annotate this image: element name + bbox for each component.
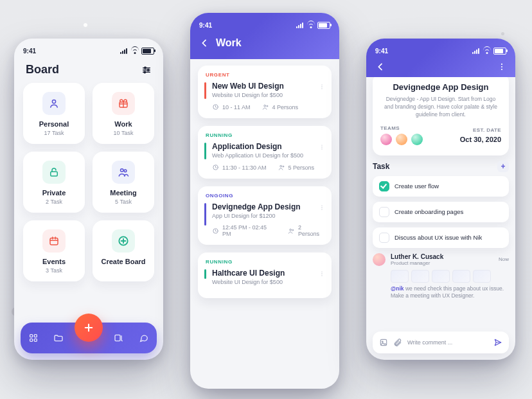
svg-point-26 (282, 166, 283, 167)
more-icon[interactable] (497, 62, 506, 71)
detail-card: Devignedge App Design Devignedge - App U… (373, 73, 509, 155)
back-icon[interactable] (199, 38, 209, 48)
task-tag: ONGOING (206, 193, 324, 199)
svg-rect-11 (34, 335, 37, 337)
add-task-button[interactable]: + (497, 161, 509, 172)
task-row[interactable]: Create user flow (373, 176, 509, 197)
task-list: URGENT New Web UI DesignWebsite UI Desig… (190, 59, 339, 298)
thumbnail[interactable] (411, 270, 429, 283)
board-card-personal[interactable]: Personal 17 Task (23, 83, 85, 144)
status-time: 9:41 (199, 22, 212, 29)
svg-point-37 (501, 66, 502, 67)
svg-point-2 (144, 71, 146, 73)
task-card[interactable]: RUNNING Halthcare UI DesignWebsite UI De… (198, 253, 332, 298)
status-icons (120, 48, 154, 55)
task-row[interactable]: Discuss about UX issue with Nik (373, 227, 509, 248)
checkbox-icon[interactable] (379, 207, 389, 217)
svg-point-21 (321, 145, 322, 145)
checkbox-icon[interactable] (379, 233, 389, 243)
task-card[interactable]: ONGOING Devignedge App DesignApp UI Desi… (198, 186, 332, 245)
accent-bar (204, 269, 206, 279)
page-title: Board (26, 63, 59, 76)
thumbnail[interactable] (432, 270, 450, 283)
task-text: Create user flow (395, 182, 439, 190)
svg-point-33 (321, 271, 322, 272)
svg-point-7 (124, 170, 127, 172)
svg-point-27 (321, 205, 322, 206)
svg-point-1 (147, 69, 149, 71)
board-card-events[interactable]: Events 3 Task (23, 220, 85, 281)
task-card[interactable]: RUNNING Application DesignWeb Applicatio… (198, 126, 332, 179)
fab-add[interactable] (75, 314, 103, 342)
attachment-icon[interactable] (393, 338, 402, 347)
grid-icon[interactable] (28, 333, 39, 343)
avatar[interactable] (411, 134, 423, 145)
est-value: Oct 30, 2020 (460, 136, 501, 143)
board-card-private[interactable]: Private 2 Task (23, 152, 85, 213)
svg-point-15 (321, 84, 322, 85)
svg-point-20 (266, 105, 267, 107)
project-description: Devignedge - App UI Design. Start from L… (383, 96, 499, 119)
task-heading: Task (373, 162, 389, 171)
comment-time: Now (499, 256, 509, 262)
back-icon[interactable] (375, 62, 386, 72)
task-tag: URGENT (206, 72, 324, 78)
status-icons (296, 22, 330, 29)
board-card-meeting[interactable]: Meeting 5 Task (93, 152, 154, 213)
board-card-create[interactable]: Create Board (93, 220, 154, 281)
board-card-work[interactable]: Work 10 Task (93, 83, 154, 144)
task-title: Application Design (212, 142, 324, 151)
task-row[interactable]: Create onboarding pages (373, 202, 509, 222)
svg-point-29 (321, 209, 322, 209)
comment-input[interactable]: Write comment ... (407, 339, 488, 346)
wifi-icon (131, 48, 139, 54)
board-sub: 10 Task (99, 130, 148, 136)
task-card[interactable]: URGENT New Web UI DesignWebsite UI Desig… (198, 66, 332, 118)
svg-point-0 (145, 67, 146, 69)
thumbnail[interactable] (391, 270, 409, 283)
task-tag: RUNNING (206, 132, 324, 138)
battery-icon (493, 48, 506, 55)
avatar[interactable] (380, 134, 392, 145)
svg-rect-5 (51, 172, 58, 176)
status-icons (472, 48, 506, 55)
cellular-icon (472, 48, 481, 54)
est-label: EST. DATE (460, 127, 501, 133)
svg-point-38 (501, 69, 502, 70)
more-icon[interactable] (319, 269, 325, 278)
users-icon (112, 161, 135, 184)
svg-point-25 (279, 165, 281, 167)
folder-icon[interactable] (53, 333, 64, 343)
board-label: Events (30, 258, 78, 265)
boards-icon[interactable] (114, 333, 124, 343)
status-bar: 9:41 (366, 39, 515, 58)
task-title: Halthcare UI Design (212, 269, 324, 278)
avatar[interactable] (373, 253, 386, 266)
svg-point-17 (321, 88, 322, 89)
image-icon[interactable] (379, 338, 388, 347)
chat-icon[interactable] (139, 333, 149, 343)
svg-point-3 (52, 100, 55, 103)
checkbox-icon[interactable] (379, 181, 389, 191)
more-icon[interactable] (319, 82, 325, 91)
svg-point-40 (382, 341, 383, 342)
send-icon[interactable] (493, 338, 502, 347)
gift-icon (112, 92, 135, 115)
thumbnail[interactable] (452, 270, 470, 283)
persons-meta: 5 Persons (278, 164, 315, 171)
svg-point-22 (321, 146, 322, 147)
status-time: 9:41 (23, 48, 36, 55)
board-sub: 17 Task (30, 130, 78, 136)
avatar[interactable] (396, 134, 407, 145)
more-icon[interactable] (319, 143, 325, 152)
svg-rect-10 (30, 335, 32, 337)
svg-point-34 (321, 273, 322, 274)
filter-icon[interactable] (141, 65, 152, 75)
phone-board: 9:41 Board Personal (14, 39, 163, 360)
task-desc: Web Application UI Design for $500 (212, 152, 324, 159)
task-desc: Website UI Design for $500 (212, 279, 324, 285)
thumbnail[interactable] (473, 270, 491, 283)
task-desc: Website UI Design for $500 (212, 92, 324, 98)
svg-point-32 (292, 229, 294, 231)
more-icon[interactable] (319, 203, 325, 212)
